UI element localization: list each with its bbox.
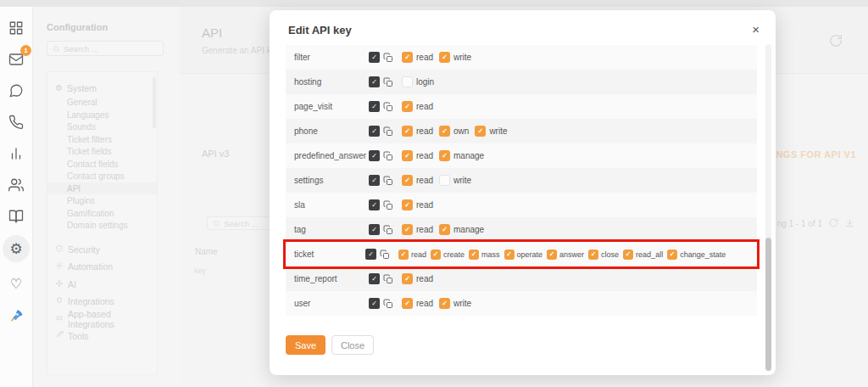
- checked-checkbox-create[interactable]: ✓: [431, 250, 441, 260]
- copy-icon[interactable]: [383, 126, 393, 137]
- checked-checkbox-read[interactable]: ✓: [402, 150, 413, 161]
- sidebar-item-label: Integrations: [68, 296, 114, 306]
- select-all-icon[interactable]: ✓: [369, 52, 380, 63]
- checked-checkbox-write[interactable]: ✓: [439, 52, 450, 63]
- select-all-icon[interactable]: ✓: [369, 175, 380, 186]
- select-all-icon[interactable]: ✓: [369, 150, 380, 161]
- checked-checkbox-read[interactable]: ✓: [402, 52, 413, 63]
- configuration-search-input[interactable]: Search ...: [47, 41, 164, 56]
- sidebar-item-automation[interactable]: Automation: [47, 258, 157, 276]
- save-button[interactable]: Save: [286, 335, 326, 355]
- copy-icon[interactable]: [383, 274, 393, 284]
- sidebar-item-ai[interactable]: AI: [47, 276, 157, 294]
- sidebar-item-ticket-fields[interactable]: Ticket fields: [47, 145, 157, 158]
- permission-read: ✓read: [402, 273, 433, 284]
- checked-checkbox-read[interactable]: ✓: [402, 101, 413, 112]
- sidebar-item-ticket-filters[interactable]: Ticket filters: [47, 133, 157, 146]
- sidebar-item-domain-settings[interactable]: Domain settings: [47, 219, 157, 232]
- copy-icon[interactable]: [383, 53, 393, 63]
- copy-icon[interactable]: [383, 299, 393, 309]
- sidebar-item-gamification[interactable]: Gamification: [47, 207, 157, 220]
- permission-groups: ✓read✓manage: [402, 150, 484, 161]
- refresh-icon[interactable]: [829, 34, 843, 51]
- checked-checkbox-write[interactable]: ✓: [475, 126, 486, 137]
- copy-icon[interactable]: [380, 250, 390, 260]
- unchecked-checkbox-login[interactable]: [402, 76, 413, 87]
- social-heart-icon[interactable]: ♡: [7, 275, 25, 294]
- apps-grid-icon[interactable]: [7, 19, 25, 37]
- sidebar-item-tools[interactable]: Tools: [47, 328, 157, 345]
- checked-checkbox-mass[interactable]: ✓: [469, 250, 479, 260]
- menu-section-system[interactable]: ⚙ System: [47, 81, 157, 96]
- copy-icon[interactable]: [383, 102, 393, 112]
- sidebar-item-api[interactable]: API: [47, 182, 157, 195]
- checked-checkbox-read[interactable]: ✓: [402, 273, 413, 284]
- checkbox-label: read: [416, 299, 433, 308]
- copy-icon[interactable]: [383, 225, 393, 235]
- sidebar-item-languages[interactable]: Languages: [47, 109, 157, 121]
- sidebar-item-security[interactable]: Security: [47, 241, 157, 259]
- upgrade-rocket-icon[interactable]: [7, 306, 25, 325]
- close-icon[interactable]: ×: [748, 20, 763, 38]
- select-all-icon[interactable]: ✓: [369, 126, 380, 137]
- select-all-icon[interactable]: ✓: [365, 249, 376, 260]
- checkbox-label: operate: [517, 250, 543, 259]
- checked-checkbox-read[interactable]: ✓: [402, 199, 413, 210]
- copy-icon[interactable]: [383, 176, 393, 186]
- copy-icon[interactable]: [383, 151, 393, 161]
- checked-checkbox-answer[interactable]: ✓: [547, 250, 557, 260]
- export-icon[interactable]: [845, 218, 854, 229]
- checked-checkbox-read[interactable]: ✓: [398, 250, 409, 260]
- configuration-title: Configuration: [47, 22, 108, 32]
- sidebar-item-contact-groups[interactable]: Contact groups: [47, 170, 157, 182]
- sidebar-item-sounds[interactable]: Sounds: [47, 121, 157, 133]
- sidebar-item-general[interactable]: General: [47, 96, 157, 109]
- dialog-scrollbar-thumb[interactable]: [765, 238, 771, 371]
- select-all-icon[interactable]: ✓: [369, 199, 380, 210]
- permissions-list: filter✓✓read✓writehosting✓loginpage_visi…: [286, 45, 757, 316]
- checked-checkbox-manage[interactable]: ✓: [439, 224, 450, 235]
- copy-icon[interactable]: [383, 200, 393, 210]
- sidebar-item-integrations[interactable]: Integrations: [47, 293, 157, 311]
- permission-operate: ✓operate: [504, 250, 543, 260]
- customers-icon[interactable]: [7, 176, 25, 194]
- permission-key-label: time_report: [294, 274, 369, 283]
- checked-checkbox-read_all[interactable]: ✓: [623, 250, 633, 260]
- puzzle-icon: [55, 314, 64, 324]
- sidebar-item-contact-fields[interactable]: Contact fields: [47, 158, 157, 171]
- checked-checkbox-close[interactable]: ✓: [588, 250, 598, 260]
- reload-icon[interactable]: [829, 218, 838, 229]
- checkbox-label: read: [416, 200, 433, 210]
- sidebar-item-plugins[interactable]: Plugins: [47, 194, 157, 207]
- checked-checkbox-read[interactable]: ✓: [402, 126, 413, 137]
- search-icon: [213, 220, 220, 227]
- settings-gear-icon[interactable]: ⚙: [3, 235, 30, 262]
- checked-checkbox-read[interactable]: ✓: [402, 175, 413, 186]
- unchecked-checkbox-write[interactable]: [439, 175, 450, 186]
- permission-change_state: ✓change_state: [667, 250, 726, 260]
- permission-answer: ✓answer: [547, 250, 584, 260]
- checked-checkbox-own[interactable]: ✓: [439, 126, 450, 137]
- checked-checkbox-operate[interactable]: ✓: [504, 250, 515, 260]
- chat-icon[interactable]: [7, 81, 25, 100]
- statistics-icon[interactable]: [7, 144, 25, 163]
- checked-checkbox-read[interactable]: ✓: [402, 224, 413, 235]
- checked-checkbox-manage[interactable]: ✓: [439, 150, 450, 161]
- inbox-mail-icon[interactable]: 1: [7, 50, 25, 69]
- select-all-icon[interactable]: ✓: [369, 101, 380, 112]
- copy-icon[interactable]: [383, 77, 393, 87]
- row-actions: ✓: [369, 101, 393, 112]
- select-all-icon[interactable]: ✓: [369, 273, 380, 284]
- select-all-icon[interactable]: ✓: [369, 298, 380, 309]
- menu-scrollbar[interactable]: [153, 77, 156, 128]
- phone-icon[interactable]: [7, 113, 25, 132]
- knowledge-base-icon[interactable]: [7, 207, 25, 226]
- checked-checkbox-write[interactable]: ✓: [439, 298, 450, 309]
- sidebar-item-app-based-integrations[interactable]: App-based Integrations: [47, 311, 157, 328]
- tab-api-v3[interactable]: API v3: [202, 149, 229, 159]
- select-all-icon[interactable]: ✓: [369, 224, 380, 235]
- close-button[interactable]: Close: [331, 335, 374, 355]
- select-all-icon[interactable]: ✓: [369, 76, 380, 87]
- checked-checkbox-read[interactable]: ✓: [402, 298, 413, 309]
- checked-checkbox-change_state[interactable]: ✓: [667, 250, 677, 260]
